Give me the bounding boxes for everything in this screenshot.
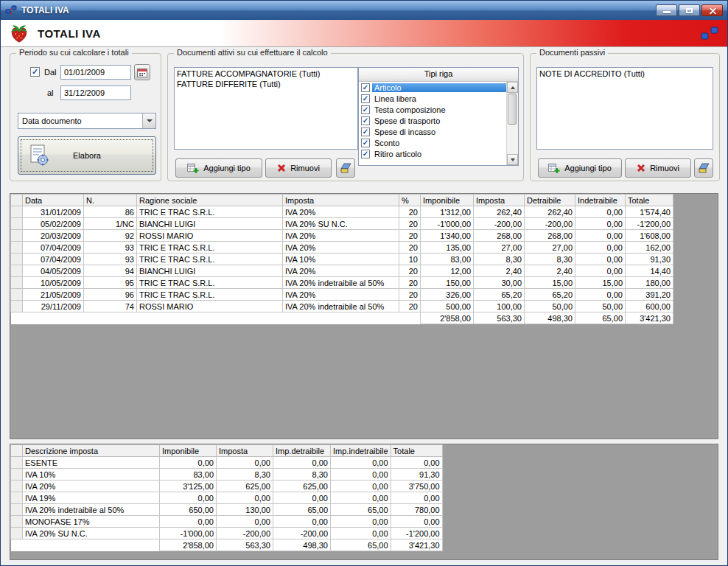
table-cell[interactable]: 8,30 (217, 469, 273, 481)
table-cell[interactable]: 20 (399, 277, 421, 289)
elabora-button[interactable]: Elabora (18, 136, 156, 175)
table-cell[interactable]: 1'608,00 (626, 230, 673, 242)
row-selector[interactable] (11, 301, 23, 312)
table-cell[interactable]: 2,40 (474, 265, 525, 277)
table-cell[interactable]: 268,00 (474, 230, 525, 242)
column-header[interactable]: Ragione sociale (137, 195, 283, 206)
checkbox[interactable]: ✓ (361, 94, 370, 103)
table-cell[interactable]: 10 (399, 254, 421, 265)
minimize-button[interactable] (656, 4, 677, 16)
table-cell[interactable]: 0,00 (331, 481, 391, 492)
table-row[interactable]: 29/11/200974ROSSI MARIOIVA 20% indetraib… (11, 301, 673, 312)
table-cell[interactable]: 1'340,00 (421, 230, 474, 242)
network-transfer-icon[interactable] (701, 26, 718, 41)
table-cell[interactable]: 0,00 (391, 492, 442, 504)
table-cell[interactable]: 74 (84, 301, 137, 312)
table-cell[interactable]: 0,00 (391, 457, 442, 469)
table-cell[interactable]: 83,00 (160, 469, 217, 481)
table-cell[interactable]: 94 (84, 265, 137, 277)
table-cell[interactable]: 0,00 (160, 492, 217, 504)
row-selector[interactable] (11, 528, 23, 539)
table-cell[interactable]: -200,00 (474, 218, 525, 230)
table-cell[interactable]: 1'574,40 (626, 206, 673, 218)
table-cell[interactable]: 27,00 (525, 242, 575, 254)
tipi-riga-item[interactable]: ✓Sconto (360, 137, 506, 148)
column-header[interactable]: Detraibile (525, 195, 575, 206)
table-row[interactable]: 10/05/200995TRIC E TRAC S.R.L.IVA 20% in… (11, 277, 673, 289)
tipi-riga-item[interactable]: ✓Testa composizione (360, 104, 506, 115)
documenti-attivi-listbox[interactable]: FATTURE ACCOMPAGNATORIE (Tutti)FATTURE D… (174, 67, 358, 150)
table-cell[interactable]: 0,00 (160, 457, 217, 469)
table-cell[interactable]: IVA 20% (23, 481, 160, 492)
table-cell[interactable]: 04/05/2009 (23, 265, 84, 277)
checkbox[interactable]: ✓ (361, 105, 370, 114)
table-cell[interactable]: 07/04/2009 (23, 254, 84, 265)
table-cell[interactable]: 95 (84, 277, 137, 289)
tipi-riga-item[interactable]: ✓Ritiro articolo (360, 148, 506, 159)
dal-checkbox[interactable]: ✓ (30, 67, 40, 77)
table-cell[interactable]: 0,00 (331, 492, 391, 504)
table-cell[interactable]: 20 (399, 218, 421, 230)
tipi-riga-item[interactable]: ✓Spese di trasporto (360, 115, 506, 126)
table-cell[interactable]: -200,00 (273, 528, 331, 539)
table-cell[interactable]: 625,00 (273, 481, 331, 492)
table-cell[interactable]: 96 (84, 289, 137, 301)
table-cell[interactable]: 65,00 (273, 504, 331, 516)
table-cell[interactable]: 86 (84, 206, 137, 218)
row-selector[interactable] (11, 492, 23, 504)
table-cell[interactable]: 135,00 (421, 242, 474, 254)
passivi-rimuovi-button[interactable]: Rimuovi (625, 158, 691, 178)
attivi-clear-button[interactable] (336, 158, 355, 178)
list-item[interactable]: NOTE DI ACCREDITO (Tutti) (537, 69, 713, 79)
table-row[interactable]: MONOFASE 17%0,000,000,000,000,00 (11, 516, 443, 528)
table-cell[interactable]: 07/04/2009 (23, 242, 84, 254)
list-item[interactable]: FATTURE ACCOMPAGNATORIE (Tutti) (175, 69, 357, 79)
table-cell[interactable]: 93 (84, 254, 137, 265)
table-cell[interactable]: 91,30 (391, 469, 442, 481)
table-cell[interactable]: 92 (84, 230, 137, 242)
table-row[interactable]: 07/04/200993TRIC E TRAC S.R.L.IVA 20%201… (11, 242, 673, 254)
row-selector[interactable] (11, 469, 23, 481)
table-row[interactable]: 07/04/200993TRIC E TRAC S.R.L.IVA 10%108… (11, 254, 673, 265)
table-cell[interactable]: -200,00 (525, 218, 575, 230)
table-cell[interactable]: MONOFASE 17% (23, 516, 160, 528)
table-cell[interactable]: 21/05/2009 (23, 289, 84, 301)
table-cell[interactable]: 0,00 (575, 254, 626, 265)
tipi-riga-item[interactable]: ✓Spese di incasso (360, 126, 506, 137)
table-cell[interactable]: 0,00 (575, 218, 626, 230)
table-cell[interactable]: 0,00 (273, 457, 331, 469)
table-cell[interactable]: 0,00 (217, 492, 273, 504)
table-row[interactable]: IVA 10%83,008,308,300,0091,30 (11, 469, 443, 481)
table-cell[interactable]: 0,00 (331, 516, 391, 528)
table-cell[interactable]: 30,00 (474, 277, 525, 289)
row-selector[interactable] (11, 516, 23, 528)
table-cell[interactable]: ROSSI MARIO (137, 230, 283, 242)
row-selector[interactable] (11, 206, 23, 218)
passivi-aggiungi-tipo-button[interactable]: Aggiungi tipo (538, 158, 622, 178)
checkbox[interactable]: ✓ (361, 139, 370, 147)
table-cell[interactable]: 83,00 (421, 254, 474, 265)
documenti-passivi-listbox[interactable]: NOTE DI ACCREDITO (Tutti) (536, 67, 713, 150)
table-cell[interactable]: 20 (399, 230, 421, 242)
column-header[interactable]: Imposta (283, 195, 399, 206)
table-cell[interactable]: 15,00 (525, 277, 575, 289)
table-cell[interactable]: ESENTE (23, 457, 160, 469)
column-header[interactable]: Imponibile (160, 445, 217, 457)
table-cell[interactable]: BIANCHI LUIGI (137, 265, 283, 277)
table-cell[interactable]: 262,40 (525, 206, 575, 218)
table-cell[interactable]: 150,00 (421, 277, 474, 289)
table-cell[interactable]: IVA 20% (283, 242, 399, 254)
table-cell[interactable]: 65,20 (525, 289, 575, 301)
row-selector[interactable] (11, 457, 23, 469)
table-cell[interactable]: 20 (399, 289, 421, 301)
row-selector[interactable] (11, 481, 23, 492)
table-cell[interactable]: -200,00 (217, 528, 273, 539)
checkbox[interactable]: ✓ (361, 116, 370, 125)
column-header[interactable]: Descrizione imposta (23, 445, 160, 457)
scroll-up-button[interactable] (507, 82, 518, 93)
table-cell[interactable]: 20 (399, 242, 421, 254)
table-cell[interactable]: ROSSI MARIO (137, 301, 283, 312)
table-cell[interactable]: 05/02/2009 (23, 218, 84, 230)
table-cell[interactable]: 3'750,00 (391, 481, 442, 492)
column-header[interactable]: Indetraibile (575, 195, 626, 206)
